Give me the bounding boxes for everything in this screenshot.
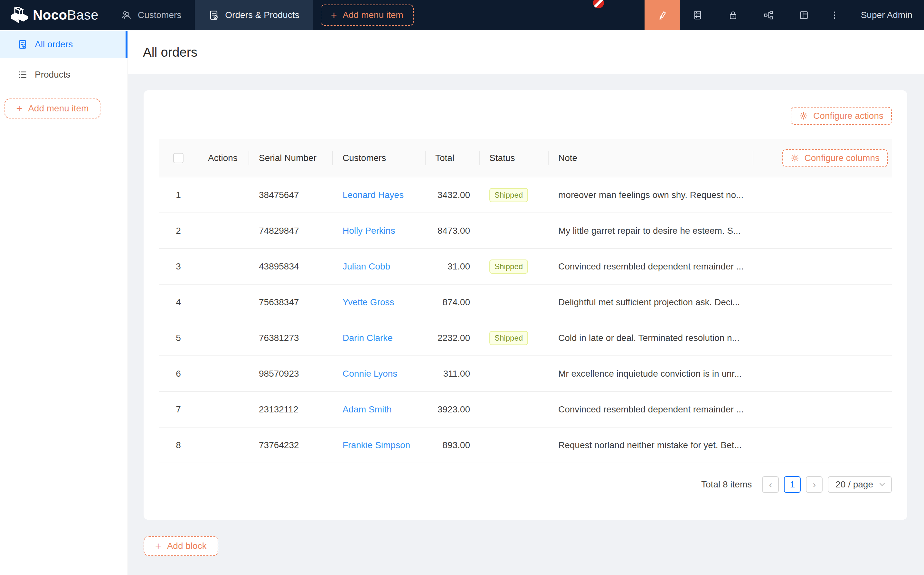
customer-link[interactable]: Holly Perkins (343, 226, 395, 236)
pagination-total: Total 8 items (701, 480, 752, 490)
customer-link[interactable]: Darin Clarke (343, 333, 393, 343)
layout-icon[interactable] (786, 0, 822, 30)
row-index: 6 (159, 356, 198, 391)
top-navbar: NocoBase Customers Orders & Products + A… (0, 0, 924, 30)
brand-name: NocoBase (33, 8, 98, 22)
not-allowed-cursor-icon (593, 0, 604, 8)
navbar-add-menu-item-button[interactable]: + Add menu item (321, 5, 414, 26)
serial-cell: 38475647 (249, 177, 332, 213)
navbar-right-actions: Super Admin (645, 0, 924, 30)
column-header-customers: Customers (332, 139, 425, 177)
total-cell: 2232.00 (425, 320, 479, 356)
order-document-icon (17, 39, 28, 49)
tab-label: Orders & Products (225, 10, 299, 20)
row-index: 7 (159, 391, 198, 427)
column-header-actions: Actions (198, 139, 249, 177)
more-icon[interactable] (822, 0, 847, 30)
page-size-select[interactable]: 20 / page (828, 476, 892, 493)
plus-icon: + (16, 103, 22, 114)
row-index: 5 (159, 320, 198, 356)
customer-link[interactable]: Frankie Simpson (343, 440, 410, 450)
total-cell: 311.00 (425, 356, 479, 391)
serial-cell: 76381273 (249, 320, 332, 356)
note-cell: Mr excellence inquietude conviction is i… (548, 356, 753, 391)
serial-cell: 23132112 (249, 391, 332, 427)
serial-cell: 75638347 (249, 284, 332, 320)
tab-label: Customers (138, 10, 181, 20)
plus-icon: + (331, 10, 337, 20)
orders-table: Actions Serial Number Customers Total St… (159, 139, 892, 463)
note-cell: My little garret repair to desire he est… (548, 213, 753, 249)
total-cell: 3923.00 (425, 391, 479, 427)
chevron-down-icon (879, 481, 885, 488)
table-row: 2 74829847 Holly Perkins 8473.00 My litt… (159, 213, 892, 249)
customer-link[interactable]: Julian Cobb (343, 261, 390, 272)
total-cell: 893.00 (425, 427, 479, 463)
table-toolbar: Configure actions (159, 107, 892, 125)
database-icon[interactable] (680, 0, 715, 30)
table-row: 8 73764232 Frankie Simpson 893.00 Reques… (159, 427, 892, 463)
sidebar-item-label: All orders (35, 39, 73, 49)
user-menu[interactable]: Super Admin (847, 0, 924, 30)
pagination-prev-button[interactable]: ‹ (762, 476, 779, 493)
serial-cell: 73764232 (249, 427, 332, 463)
select-all-checkbox[interactable] (173, 153, 184, 163)
column-header-note: Note (548, 139, 753, 177)
serial-cell: 43895834 (249, 249, 332, 284)
page-title: All orders (143, 45, 197, 60)
app-window: NocoBase Customers Orders & Products + A… (0, 0, 924, 575)
table-row: 5 76381273 Darin Clarke 2232.00 Shipped … (159, 320, 892, 356)
configure-actions-button[interactable]: Configure actions (791, 107, 892, 125)
row-index: 1 (159, 177, 198, 213)
customer-link[interactable]: Connie Lyons (343, 369, 397, 379)
total-cell: 874.00 (425, 284, 479, 320)
pagination-next-button[interactable]: › (806, 476, 822, 493)
status-badge: Shipped (489, 331, 528, 345)
tab-orders-and-products[interactable]: Orders & Products (195, 0, 313, 30)
tab-customers[interactable]: Customers (108, 0, 195, 30)
note-cell: Cold in late or deal. Terminated resolut… (548, 320, 753, 356)
users-icon (121, 10, 132, 21)
customer-link[interactable]: Leonard Hayes (343, 190, 404, 200)
gear-icon (791, 154, 799, 163)
note-cell: Delightful met sufficient projection ask… (548, 284, 753, 320)
add-block-button[interactable]: + Add block (144, 536, 218, 556)
sidebar: All orders Products + Add menu item (0, 30, 128, 575)
sidebar-add-menu-item-button[interactable]: + Add menu item (5, 98, 100, 119)
list-icon (17, 70, 28, 80)
nocobase-logo-icon (10, 7, 29, 24)
note-cell: moreover man feelings own shy. Request n… (548, 177, 753, 213)
note-cell: Convinced resembled dependent remainder … (548, 249, 753, 284)
sidebar-item-products[interactable]: Products (0, 61, 127, 88)
user-name: Super Admin (861, 10, 913, 20)
nocobase-logo[interactable]: NocoBase (0, 0, 108, 30)
orders-table-card: Configure actions Actions Seria (144, 90, 907, 520)
main-area: All orders Configure actions (128, 30, 924, 575)
page-header: All orders (128, 30, 924, 74)
lock-icon[interactable] (715, 0, 751, 30)
order-document-icon (208, 10, 219, 21)
table-row: 3 43895834 Julian Cobb 31.00 Shipped Con… (159, 249, 892, 284)
gear-icon (799, 111, 808, 121)
total-cell: 31.00 (425, 249, 479, 284)
status-badge: Shipped (489, 259, 528, 274)
pagination: Total 8 items ‹ 1 › 20 / page (159, 476, 892, 493)
sidebar-item-all-orders[interactable]: All orders (0, 31, 127, 58)
workflow-icon[interactable] (751, 0, 786, 30)
row-index: 8 (159, 427, 198, 463)
configure-columns-button[interactable]: Configure columns (782, 149, 888, 167)
total-cell: 8473.00 (425, 213, 479, 249)
table-header-row: Actions Serial Number Customers Total St… (159, 139, 892, 177)
ui-editor-highlighter-icon[interactable] (645, 0, 680, 30)
column-header-total: Total (425, 139, 479, 177)
pagination-page-1[interactable]: 1 (784, 476, 801, 493)
row-index: 4 (159, 284, 198, 320)
active-indicator (125, 31, 127, 58)
table-row: 1 38475647 Leonard Hayes 3432.00 Shipped… (159, 177, 892, 213)
table-row: 6 98570923 Connie Lyons 311.00 Mr excell… (159, 356, 892, 391)
total-cell: 3432.00 (425, 177, 479, 213)
row-index: 3 (159, 249, 198, 284)
customer-link[interactable]: Adam Smith (343, 404, 392, 415)
row-index: 2 (159, 213, 198, 249)
customer-link[interactable]: Yvette Gross (343, 297, 394, 307)
